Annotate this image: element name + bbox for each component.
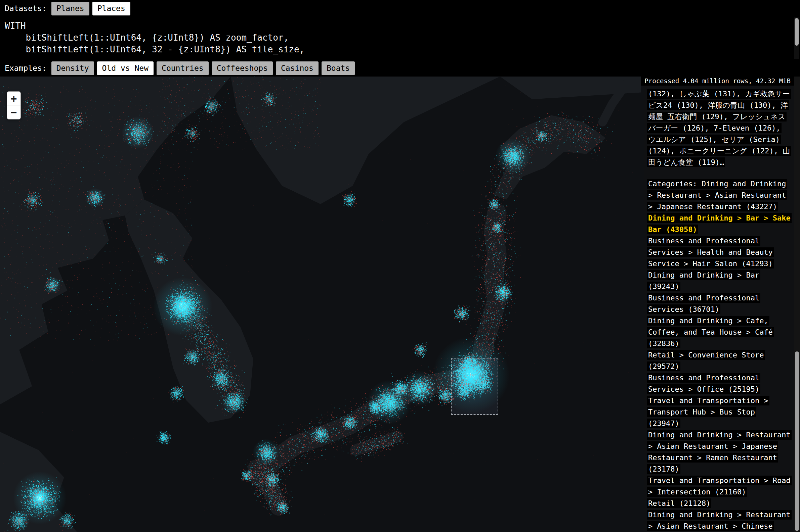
datasets-buttons: Planes Places [51, 2, 130, 16]
map-canvas[interactable] [0, 77, 641, 532]
selection-rectangle [451, 358, 498, 415]
category-text: Dining and Drinking > Bar > Sake Bar (43… [647, 213, 792, 234]
category-text: Dining and Drinking > Restaurant > Asian… [647, 430, 792, 474]
examples-buttons: Density Old vs New Countries Coffeeshops… [51, 61, 355, 75]
dataset-button[interactable]: Places [92, 2, 130, 16]
results-panel: (132), しゃぶ葉 (131), カギ救急サービス24 (130), 洋服の… [644, 86, 794, 532]
category-item[interactable]: Travel and Transportation > Road > Inter… [647, 475, 790, 498]
category-text: Travel and Transportation > Transport Hu… [647, 396, 769, 428]
category-item[interactable]: Dining and Drinking > Bar (39243) [647, 269, 790, 292]
category-text: Business and Professional Services (3670… [647, 293, 760, 314]
dataset-button[interactable]: Planes [51, 2, 89, 16]
category-text: Dining and Drinking > Cafe, Coffee, and … [647, 316, 774, 348]
category-text: Dining and Drinking > Bar (39243) [647, 270, 760, 291]
category-item[interactable]: Business and Professional Services (3670… [647, 292, 790, 315]
example-button[interactable]: Casinos [276, 61, 319, 75]
example-button-label: Boats [327, 64, 350, 73]
scrollbar-track[interactable] [794, 77, 800, 532]
sql-editor[interactable]: WITH bitShiftLeft(1::UInt64, {z:UInt8}) … [0, 17, 800, 60]
zoom-in-button[interactable]: + [7, 92, 20, 106]
example-button[interactable]: Boats [322, 61, 355, 75]
category-text: Business and Professional Services > Hea… [647, 236, 774, 268]
sql-scrollbar-track[interactable] [794, 17, 799, 59]
category-text: Business and Professional Services > Off… [647, 373, 760, 394]
category-item[interactable]: Categories: Dining and Drinking > Restau… [647, 178, 790, 212]
datasets-label: Datasets: [5, 4, 47, 13]
example-button-label: Casinos [281, 64, 313, 73]
status-text: Processed 4.04 million rows, 42.32 MiB [641, 77, 794, 86]
category-text: Categories: Dining and Drinking > Restau… [647, 179, 787, 211]
top-names-span: (132), しゃぶ葉 (131), カギ救急サービス24 (130), 洋服の… [647, 89, 791, 167]
dataset-button-label: Places [97, 4, 125, 13]
map-region[interactable]: + − Processed 4.04 million rows, 42.32 M… [0, 77, 800, 532]
categories-list: Categories: Dining and Drinking > Restau… [647, 178, 790, 532]
top-names-text: (132), しゃぶ葉 (131), カギ救急サービス24 (130), 洋服の… [647, 88, 790, 168]
category-item[interactable]: Retail (21128) [647, 498, 790, 509]
datasets-bar: Datasets: Planes Places [0, 0, 800, 17]
category-text: Travel and Transportation > Road > Inter… [647, 476, 792, 497]
app-window: Datasets: Planes Places WITH bitShiftLef… [0, 0, 800, 532]
category-item[interactable]: Dining and Drinking > Restaurant > Asian… [647, 429, 790, 475]
category-item[interactable]: Business and Professional Services > Hea… [647, 235, 790, 269]
category-item[interactable]: Retail > Convenience Store (29572) [647, 349, 790, 372]
example-button-label: Countries [162, 64, 204, 73]
example-button-label: Coffeeshops [217, 64, 268, 73]
dataset-button-label: Planes [56, 4, 84, 13]
example-button[interactable]: Density [51, 61, 94, 75]
scrollbar-thumb[interactable] [795, 352, 799, 531]
category-item[interactable]: Dining and Drinking > Cafe, Coffee, and … [647, 315, 790, 349]
example-button-label: Old vs New [102, 64, 148, 73]
examples-bar: Examples: Density Old vs New Countries C… [0, 60, 800, 77]
category-item[interactable]: Dining and Drinking > Bar > Sake Bar (43… [647, 212, 790, 235]
example-button[interactable]: Countries [157, 61, 208, 75]
category-item[interactable]: Travel and Transportation > Transport Hu… [647, 395, 790, 429]
category-text: Retail (21128) [647, 498, 711, 508]
category-text: Retail > Convenience Store (29572) [647, 350, 765, 371]
example-button[interactable]: Coffeeshops [212, 61, 273, 75]
example-button[interactable]: Old vs New [97, 61, 153, 75]
zoom-control: + − [7, 91, 21, 119]
category-text: Dining and Drinking > Restaurant > Asian… [647, 510, 792, 532]
example-button-label: Density [56, 64, 89, 73]
examples-label: Examples: [5, 64, 47, 73]
sql-scrollbar-thumb[interactable] [795, 18, 799, 46]
category-item[interactable]: Dining and Drinking > Restaurant > Asian… [647, 509, 790, 532]
sql-code[interactable]: WITH bitShiftLeft(1::UInt64, {z:UInt8}) … [5, 20, 786, 55]
category-item[interactable]: Business and Professional Services > Off… [647, 372, 790, 395]
zoom-out-button[interactable]: − [7, 106, 20, 119]
